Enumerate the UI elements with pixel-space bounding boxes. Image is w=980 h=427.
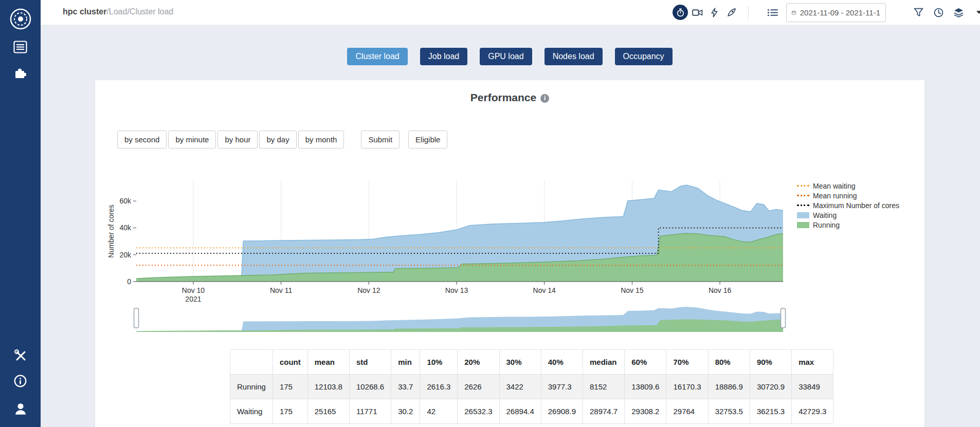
stats-row-waiting: Waiting175251651177130.24226532.326894.4…	[230, 399, 833, 424]
btn-by-minute[interactable]: by minute	[168, 131, 216, 148]
stat-value: 33849	[792, 375, 833, 399]
granularity-controls: by second by minute by hour by day by mo…	[117, 131, 449, 148]
stats-header-10pct: 10%	[420, 350, 458, 375]
range-selector[interactable]	[95, 301, 825, 340]
stat-value: 2626	[458, 375, 499, 399]
btn-submit[interactable]: Submit	[361, 131, 400, 148]
stat-value: 12103.8	[307, 375, 349, 399]
legend-swatch	[797, 205, 809, 206]
panel-title-text: Performance	[470, 91, 536, 103]
legend-item-waiting[interactable]: Waiting	[797, 210, 923, 220]
x-tick-label: Nov 11	[270, 286, 293, 294]
range-handle-right[interactable]	[781, 308, 786, 328]
sidebar-item-tools[interactable]	[0, 345, 41, 365]
btn-eligible[interactable]: Eligible	[408, 131, 447, 148]
stat-value: 175	[273, 399, 307, 424]
sidebar-item-info[interactable]	[0, 371, 41, 391]
legend-swatch	[797, 195, 809, 196]
legend-label: Waiting	[813, 211, 837, 219]
stat-value: 29764	[666, 399, 708, 424]
legend-item-maximum-number-of-cores[interactable]: Maximum Number of cores	[797, 200, 923, 210]
stat-value: 30720.9	[750, 375, 791, 399]
breadcrumb-root: hpc cluster	[63, 7, 106, 16]
filter-button[interactable]	[911, 5, 926, 20]
stat-value: 33.7	[391, 375, 420, 399]
stats-header-30pct: 30%	[499, 350, 541, 375]
user-icon	[14, 402, 27, 416]
tab-occupancy[interactable]: Occupancy	[615, 48, 673, 65]
info-icon[interactable]: i	[540, 94, 549, 103]
date-range-value: 2021-11-09 - 2021-11-1	[800, 8, 880, 17]
layers-icon	[954, 8, 964, 17]
btn-by-day[interactable]: by day	[259, 131, 296, 148]
stat-value: 10268.6	[349, 375, 391, 399]
legend-swatch	[797, 212, 809, 218]
rocket-icon	[727, 8, 736, 17]
stat-value: 42729.3	[792, 399, 833, 424]
legend-item-mean-waiting[interactable]: Mean waiting	[797, 181, 923, 191]
x-tick-label: Nov 15	[621, 286, 644, 294]
date-range-picker[interactable]: 2021-11-09 - 2021-11-1	[786, 3, 886, 22]
calendar-icon	[792, 8, 796, 17]
stat-value: 26908.9	[541, 399, 583, 424]
btn-by-month[interactable]: by month	[298, 131, 344, 148]
performance-panel: Performancei by second by minute by hour…	[95, 80, 924, 427]
queue-list-button[interactable]	[765, 5, 780, 20]
range-handle-left[interactable]	[134, 308, 139, 328]
legend-label: Running	[813, 221, 840, 229]
sidebar-item-jobs[interactable]	[0, 37, 41, 57]
info-icon	[14, 375, 27, 387]
tab-cluster-load[interactable]: Cluster load	[347, 48, 407, 65]
bolt-icon	[711, 8, 718, 17]
menu-caret-button[interactable]	[971, 5, 980, 20]
x-tick-label: Nov 13	[445, 286, 468, 294]
stat-value: 26532.3	[458, 399, 499, 424]
stat-value: 3422	[499, 375, 541, 399]
bolt-button[interactable]	[706, 5, 722, 20]
stats-header-40pct: 40%	[541, 350, 583, 375]
breadcrumb-path: /Load/Cluster load	[106, 7, 173, 16]
y-tick-label: 40k	[119, 224, 132, 232]
legend-item-running[interactable]: Running	[797, 220, 923, 230]
sidebar-item-apps[interactable]	[0, 63, 41, 83]
history-button[interactable]	[931, 5, 946, 20]
tab-job-load[interactable]: Job load	[420, 48, 468, 65]
stats-header-60pct: 60%	[625, 350, 666, 375]
stopwatch-button[interactable]	[673, 5, 688, 20]
video-button[interactable]	[689, 5, 705, 20]
top-header: hpc cluster/Load/Cluster load	[41, 0, 980, 25]
header-divider	[748, 6, 749, 19]
btn-by-hour[interactable]: by hour	[217, 131, 258, 148]
x-tick-label: Nov 16	[709, 286, 732, 294]
tab-gpu-load[interactable]: GPU load	[480, 48, 532, 65]
y-tick-label: 60k	[119, 197, 132, 205]
stats-table: countmeanstdmin10%20%30%40%median60%70%8…	[230, 349, 833, 424]
stats-header-mean: mean	[307, 350, 349, 375]
btn-by-second[interactable]: by second	[117, 131, 167, 148]
filter-icon	[914, 8, 923, 17]
cluster-load-chart: Nov 102021Nov 11Nov 12Nov 13Nov 14Nov 15…	[95, 173, 825, 305]
tab-nodes-load[interactable]: Nodes load	[545, 48, 603, 65]
rocket-button[interactable]	[723, 5, 739, 20]
tools-icon	[13, 348, 27, 362]
caret-down-icon	[976, 10, 980, 14]
x-tick-label: Nov 10	[182, 286, 205, 294]
stat-value: 36215.3	[750, 399, 791, 424]
stat-value: 30.2	[391, 399, 420, 424]
stat-value: 11771	[349, 399, 391, 424]
app-logo[interactable]	[0, 7, 41, 31]
puzzle-icon	[13, 66, 27, 80]
page-title: Performancei	[95, 91, 924, 104]
stats-header-70pct: 70%	[666, 350, 708, 375]
clock-icon	[934, 8, 943, 17]
layers-button[interactable]	[951, 5, 966, 20]
chart-legend: Mean waitingMean runningMaximum Number o…	[797, 181, 923, 230]
legend-item-mean-running[interactable]: Mean running	[797, 191, 923, 200]
stats-header-std: std	[349, 350, 391, 375]
sidebar-item-user[interactable]	[0, 399, 41, 419]
breadcrumb[interactable]: hpc cluster/Load/Cluster load	[63, 7, 173, 16]
x-tick-label: Nov 14	[533, 286, 556, 294]
logo-icon	[9, 8, 32, 30]
stat-value: 32753.5	[708, 399, 750, 424]
x-tick-label: Nov 12	[357, 286, 380, 294]
